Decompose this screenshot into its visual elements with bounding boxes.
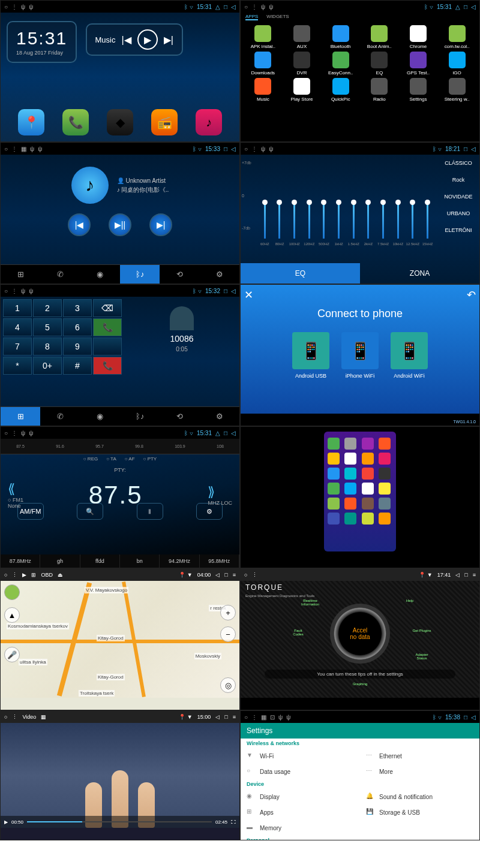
prev-button[interactable]: |◀ <box>68 213 91 236</box>
fault-codes-button[interactable]: Fault Codes <box>289 629 308 636</box>
setting-Memory[interactable]: ▬Memory <box>241 820 360 836</box>
eq-slider[interactable]: 15kHZ <box>427 203 428 239</box>
nav-contacts[interactable]: ◉ <box>80 407 120 426</box>
app-AUX[interactable]: AUX <box>283 25 321 49</box>
mirror-app-icon[interactable] <box>379 498 391 510</box>
preset[interactable]: gh <box>40 554 80 568</box>
music-widget[interactable]: Music |◀ ▶ ▶| <box>86 23 183 56</box>
mirror-app-icon[interactable] <box>362 438 374 450</box>
key-11[interactable] <box>93 337 122 355</box>
preset-NOVIDADE[interactable]: NOVIDADE <box>437 194 479 200</box>
preset[interactable]: 87.8MHz <box>1 554 40 568</box>
setting-Sound & notification[interactable]: 🔔Sound & notification <box>360 789 479 804</box>
preset[interactable]: bn <box>120 554 160 568</box>
app-Bluetooth[interactable]: Bluetooth <box>322 25 359 49</box>
key-4[interactable]: 4 <box>3 318 32 336</box>
mirror-app-icon[interactable] <box>328 438 340 450</box>
key-8[interactable]: 8 <box>33 337 62 355</box>
graphing-button[interactable]: Graphing <box>350 682 370 686</box>
setting-Display[interactable]: ◉Display <box>241 789 360 804</box>
nav-phone[interactable]: ✆ <box>40 407 80 426</box>
app-Chrome[interactable]: Chrome <box>400 25 437 49</box>
setting-Wi-Fi[interactable]: ▼Wi-Fi <box>241 748 360 764</box>
nav-voice[interactable]: 🎤 <box>4 647 20 662</box>
seek-bar[interactable] <box>27 821 212 822</box>
preset[interactable]: 94.2MHz <box>160 554 199 568</box>
preset-URBANO[interactable]: URBANO <box>437 210 479 216</box>
mirror-app-icon[interactable] <box>379 453 391 465</box>
app-Radio[interactable]: Radio <box>361 78 398 102</box>
app-Music[interactable]: Music <box>244 78 282 102</box>
prev-icon[interactable]: |◀ <box>121 34 131 46</box>
app-Settings[interactable]: Settings <box>400 78 437 102</box>
key-*[interactable]: * <box>3 357 32 375</box>
key-0+[interactable]: 0+ <box>33 357 62 375</box>
mirror-app-icon[interactable] <box>379 483 391 495</box>
preset-ELETRÔNI[interactable]: ELETRÔNI <box>437 227 479 233</box>
tab-widgets[interactable]: WIDGETS <box>266 14 289 20</box>
key-⌫[interactable]: ⌫ <box>93 299 122 317</box>
radio-opt[interactable]: ○ PTY <box>143 456 157 462</box>
mirror-app-icon[interactable] <box>379 513 391 525</box>
setting-Data usage[interactable]: ○Data usage <box>241 764 360 779</box>
app-APK instal..[interactable]: APK instal.. <box>244 25 282 49</box>
nav-layer[interactable]: ▲ <box>4 607 20 623</box>
mirror-app-icon[interactable] <box>344 468 356 480</box>
app-Play Store[interactable]: Play Store <box>283 78 321 102</box>
app-iGO[interactable]: iGO <box>438 52 476 76</box>
preset[interactable]: 95.8MHz <box>200 554 239 568</box>
eq-slider[interactable]: 60HZ <box>264 203 266 239</box>
key-6[interactable]: 6 <box>63 318 92 336</box>
nav-bt-music[interactable]: ᛒ♪ <box>120 265 160 284</box>
setting-Storage & USB[interactable]: 💾Storage & USB <box>360 804 479 820</box>
eq-slider[interactable]: 80HZ <box>278 203 280 239</box>
eq-slider[interactable]: 7.5kHZ <box>382 203 384 239</box>
plugins-button[interactable]: Get Plugins <box>412 629 431 632</box>
eq-slider[interactable]: 100HZ <box>293 203 295 239</box>
eq-slider[interactable]: 500HZ <box>323 203 325 239</box>
nav-apps[interactable]: ⊞ <box>1 265 40 284</box>
apps-icon[interactable]: ◆ <box>107 109 133 135</box>
mirror-app-icon[interactable] <box>344 483 356 495</box>
app-com.tw.col..[interactable]: com.tw.col.. <box>438 25 476 49</box>
radio-opt[interactable]: ○ TA <box>106 456 116 462</box>
key-5[interactable]: 5 <box>33 318 62 336</box>
seek-down[interactable]: ⟪ <box>8 481 15 496</box>
music-icon[interactable]: ♪ <box>196 109 222 135</box>
next-button[interactable]: ▶| <box>149 213 172 236</box>
mirror-app-icon[interactable] <box>379 438 391 450</box>
navigation-map[interactable]: V.V. Mayakovskogo r restok Kosmodamiansk… <box>1 581 239 710</box>
mirror-app-icon[interactable] <box>344 513 356 525</box>
maps-icon[interactable]: 📍 <box>18 109 44 135</box>
zoom-out[interactable]: − <box>220 626 236 642</box>
seek-up[interactable]: ⟫ <box>208 484 215 499</box>
nav-start[interactable] <box>4 584 20 600</box>
nav-settings[interactable]: ⚙ <box>200 265 239 284</box>
app-Steering w..[interactable]: Steering w.. <box>438 78 476 102</box>
mirror-app-icon[interactable] <box>344 498 356 510</box>
mirror-app-icon[interactable] <box>344 438 356 450</box>
eq-slider[interactable]: 1.5kHZ <box>353 203 355 239</box>
mirror-app-icon[interactable] <box>328 498 340 510</box>
key-2[interactable]: 2 <box>33 299 62 317</box>
preset-CLÁSSICO[interactable]: CLÁSSICO <box>437 160 479 166</box>
mirror-app-icon[interactable] <box>328 453 340 465</box>
phone-icon[interactable]: 📞 <box>62 109 89 135</box>
mirror-app-icon[interactable] <box>379 468 391 480</box>
mirror-app-icon[interactable] <box>362 513 374 525</box>
help-button[interactable]: Help <box>400 599 419 602</box>
radio-icon[interactable]: 📻 <box>151 109 178 135</box>
nav-contacts[interactable]: ◉ <box>80 265 120 284</box>
next-icon[interactable]: ▶| <box>164 34 173 46</box>
tab-zona[interactable]: ZONA <box>360 263 479 284</box>
setting-Ethernet[interactable]: ⋯Ethernet <box>360 748 479 764</box>
nav-sync[interactable]: ⟲ <box>160 407 199 426</box>
key-1[interactable]: 1 <box>3 299 32 317</box>
zoom-in[interactable]: + <box>220 605 236 620</box>
app-GPS Test..[interactable]: GPS Test.. <box>400 52 437 76</box>
app-EQ[interactable]: EQ <box>361 52 398 76</box>
eq-slider[interactable]: 1kHZ <box>338 203 340 239</box>
home-icon[interactable]: ○ <box>4 4 8 10</box>
app-DVR[interactable]: DVR <box>283 52 321 76</box>
eq-slider[interactable]: 12.5kHZ <box>412 203 413 239</box>
